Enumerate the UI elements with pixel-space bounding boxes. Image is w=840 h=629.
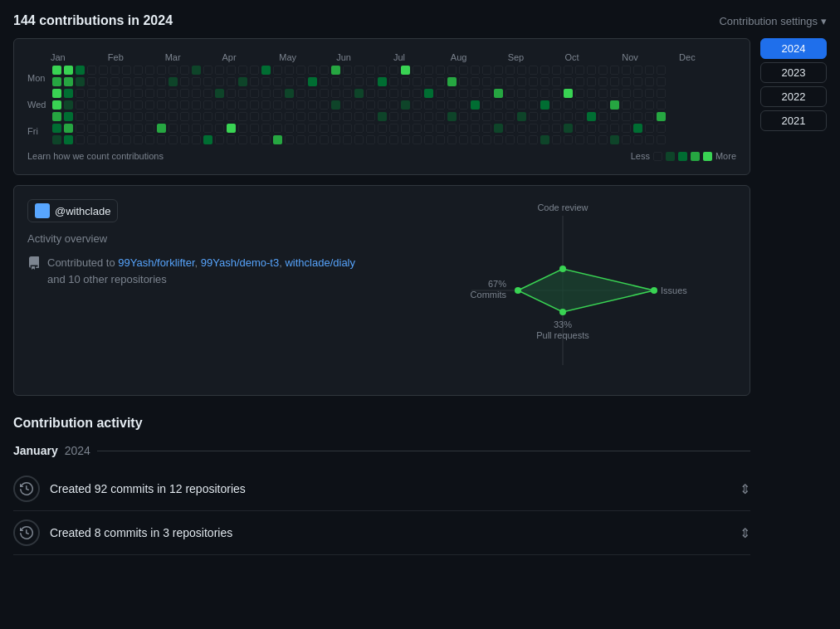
grid-cell[interactable] bbox=[122, 135, 131, 144]
grid-cell[interactable] bbox=[238, 100, 247, 110]
grid-cell[interactable] bbox=[622, 124, 631, 133]
grid-cell[interactable] bbox=[657, 100, 666, 110]
grid-cell[interactable] bbox=[366, 135, 375, 144]
grid-cell[interactable] bbox=[587, 100, 596, 110]
grid-cell[interactable] bbox=[354, 135, 364, 144]
year-button-2023[interactable]: 2023 bbox=[760, 62, 827, 83]
grid-cell[interactable] bbox=[505, 66, 515, 75]
grid-cell[interactable] bbox=[52, 112, 61, 121]
grid-cell[interactable] bbox=[296, 89, 305, 98]
expand-toggle-1[interactable]: ⇕ bbox=[740, 481, 750, 497]
grid-cell[interactable] bbox=[633, 124, 642, 133]
grid-cell[interactable] bbox=[168, 89, 178, 98]
grid-cell[interactable] bbox=[343, 66, 352, 75]
grid-cell[interactable] bbox=[517, 124, 526, 133]
grid-cell[interactable] bbox=[564, 124, 573, 133]
grid-cell[interactable] bbox=[134, 100, 143, 110]
grid-cell[interactable] bbox=[227, 89, 236, 98]
grid-cell[interactable] bbox=[285, 100, 294, 110]
grid-cell[interactable] bbox=[180, 135, 189, 144]
grid-cell[interactable] bbox=[610, 135, 619, 144]
grid-cell[interactable] bbox=[436, 135, 445, 144]
grid-cell[interactable] bbox=[76, 135, 85, 144]
grid-cell[interactable] bbox=[227, 100, 236, 110]
grid-cell[interactable] bbox=[76, 100, 85, 110]
grid-cell[interactable] bbox=[378, 112, 387, 121]
grid-cell[interactable] bbox=[378, 124, 387, 133]
grid-cell[interactable] bbox=[76, 124, 85, 133]
grid-cell[interactable] bbox=[354, 124, 364, 133]
grid-cell[interactable] bbox=[87, 89, 96, 98]
grid-cell[interactable] bbox=[447, 89, 457, 98]
grid-cell[interactable] bbox=[564, 66, 573, 75]
grid-cell[interactable] bbox=[238, 124, 247, 133]
grid-cell[interactable] bbox=[145, 66, 154, 75]
grid-cell[interactable] bbox=[261, 89, 271, 98]
grid-cell[interactable] bbox=[192, 100, 201, 110]
grid-cell[interactable] bbox=[145, 124, 154, 133]
grid-cell[interactable] bbox=[145, 100, 154, 110]
grid-cell[interactable] bbox=[424, 124, 433, 133]
repo-link-1[interactable]: 99Yash/forklifter bbox=[118, 256, 194, 269]
grid-cell[interactable] bbox=[99, 112, 108, 121]
grid-cell[interactable] bbox=[598, 66, 608, 75]
grid-cell[interactable] bbox=[261, 112, 271, 121]
grid-cell[interactable] bbox=[610, 77, 619, 86]
repo-link-2[interactable]: 99Yash/demo-t3 bbox=[201, 256, 279, 269]
grid-cell[interactable] bbox=[366, 66, 375, 75]
grid-cell[interactable] bbox=[598, 77, 608, 86]
grid-cell[interactable] bbox=[64, 124, 73, 133]
grid-cell[interactable] bbox=[296, 66, 305, 75]
grid-cell[interactable] bbox=[261, 66, 271, 75]
grid-cell[interactable] bbox=[494, 77, 503, 86]
grid-cell[interactable] bbox=[285, 66, 294, 75]
grid-cell[interactable] bbox=[134, 124, 143, 133]
grid-cell[interactable] bbox=[238, 89, 247, 98]
grid-cell[interactable] bbox=[308, 77, 317, 86]
grid-cell[interactable] bbox=[215, 66, 224, 75]
grid-cell[interactable] bbox=[122, 77, 131, 86]
grid-cell[interactable] bbox=[308, 135, 317, 144]
grid-cell[interactable] bbox=[413, 100, 422, 110]
grid-cell[interactable] bbox=[331, 77, 340, 86]
grid-cell[interactable] bbox=[354, 89, 364, 98]
grid-cell[interactable] bbox=[564, 77, 573, 86]
grid-cell[interactable] bbox=[401, 66, 410, 75]
grid-cell[interactable] bbox=[540, 100, 549, 110]
grid-cell[interactable] bbox=[447, 100, 457, 110]
grid-cell[interactable] bbox=[192, 135, 201, 144]
grid-cell[interactable] bbox=[436, 124, 445, 133]
grid-cell[interactable] bbox=[645, 100, 654, 110]
grid-cell[interactable] bbox=[273, 77, 282, 86]
grid-cell[interactable] bbox=[517, 112, 526, 121]
grid-cell[interactable] bbox=[622, 89, 631, 98]
grid-cell[interactable] bbox=[517, 89, 526, 98]
grid-cell[interactable] bbox=[331, 112, 340, 121]
user-tag[interactable]: @withclade bbox=[27, 199, 118, 222]
grid-cell[interactable] bbox=[494, 124, 503, 133]
grid-cell[interactable] bbox=[494, 66, 503, 75]
grid-cell[interactable] bbox=[459, 77, 468, 86]
grid-cell[interactable] bbox=[505, 124, 515, 133]
repo-link-3[interactable]: withclade/dialy bbox=[285, 256, 355, 269]
grid-cell[interactable] bbox=[87, 135, 96, 144]
grid-cell[interactable] bbox=[575, 100, 584, 110]
grid-cell[interactable] bbox=[413, 135, 422, 144]
grid-cell[interactable] bbox=[436, 66, 445, 75]
grid-cell[interactable] bbox=[471, 77, 480, 86]
grid-cell[interactable] bbox=[494, 89, 503, 98]
grid-cell[interactable] bbox=[587, 112, 596, 121]
grid-cell[interactable] bbox=[285, 124, 294, 133]
grid-cell[interactable] bbox=[157, 89, 166, 98]
grid-cell[interactable] bbox=[401, 124, 410, 133]
grid-cell[interactable] bbox=[587, 77, 596, 86]
grid-cell[interactable] bbox=[354, 100, 364, 110]
grid-cell[interactable] bbox=[505, 112, 515, 121]
grid-cell[interactable] bbox=[250, 112, 259, 121]
grid-cell[interactable] bbox=[180, 100, 189, 110]
grid-cell[interactable] bbox=[122, 89, 131, 98]
grid-cell[interactable] bbox=[308, 124, 317, 133]
grid-cell[interactable] bbox=[343, 112, 352, 121]
grid-cell[interactable] bbox=[52, 135, 61, 144]
contribution-settings-button[interactable]: Contribution settings ▾ bbox=[719, 15, 827, 27]
